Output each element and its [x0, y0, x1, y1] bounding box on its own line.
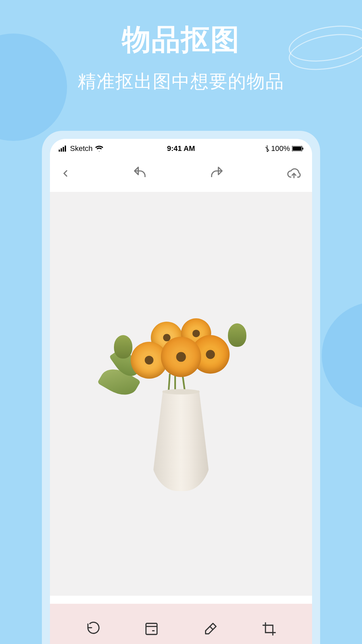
phone-mockup: Sketch 9:41 AM 100% [42, 131, 320, 644]
carrier-label: Sketch [70, 144, 93, 153]
status-bar: Sketch 9:41 AM 100% [50, 139, 312, 155]
cutout-subject [101, 290, 261, 498]
battery-label: 100% [271, 144, 290, 153]
phone-screen: Sketch 9:41 AM 100% [50, 139, 312, 644]
archive-icon[interactable] [144, 622, 159, 636]
bluetooth-icon [265, 145, 269, 152]
svg-rect-2 [63, 147, 64, 152]
svg-rect-1 [61, 148, 62, 152]
wifi-icon [95, 146, 103, 152]
eraser-icon[interactable] [203, 622, 218, 636]
editor-canvas[interactable] [50, 192, 312, 596]
svg-rect-3 [65, 146, 66, 152]
undo-icon[interactable] [133, 166, 147, 181]
top-toolbar [50, 155, 312, 192]
clock-label: 9:41 AM [167, 144, 195, 153]
signal-icon [59, 146, 67, 152]
page-title: 物品抠图 [0, 0, 362, 59]
svg-rect-0 [59, 150, 60, 152]
bg-decor-circle [322, 302, 362, 409]
redo-icon[interactable] [209, 166, 224, 181]
cloud-upload-icon[interactable] [286, 166, 302, 181]
back-icon[interactable] [60, 166, 71, 181]
bottom-toolbar [50, 604, 312, 644]
reset-icon[interactable] [85, 622, 100, 636]
crop-icon[interactable] [262, 622, 277, 636]
page-subtitle: 精准抠出图中想要的物品 [0, 69, 362, 94]
battery-icon [292, 146, 303, 151]
svg-rect-7 [146, 624, 157, 635]
svg-rect-6 [302, 148, 303, 150]
svg-rect-5 [293, 147, 301, 151]
